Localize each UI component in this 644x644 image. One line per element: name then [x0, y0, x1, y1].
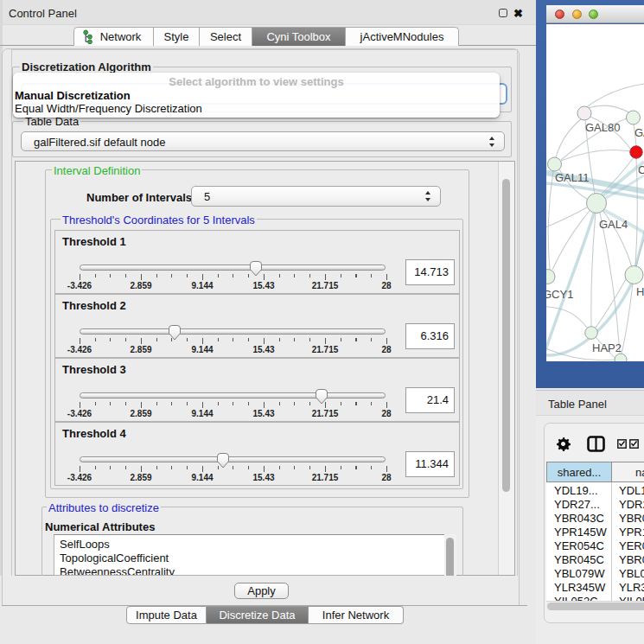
svg-text:GAL: GAL [634, 126, 644, 139]
svg-text:CY: CY [638, 163, 644, 176]
svg-text:GAL11: GAL11 [555, 171, 590, 184]
svg-text:H: H [636, 285, 644, 298]
svg-text:GCY1: GCY1 [546, 288, 573, 301]
svg-text:GAL4: GAL4 [599, 218, 628, 231]
svg-text:HAP2: HAP2 [592, 341, 622, 354]
svg-text:GAL80: GAL80 [585, 121, 620, 134]
